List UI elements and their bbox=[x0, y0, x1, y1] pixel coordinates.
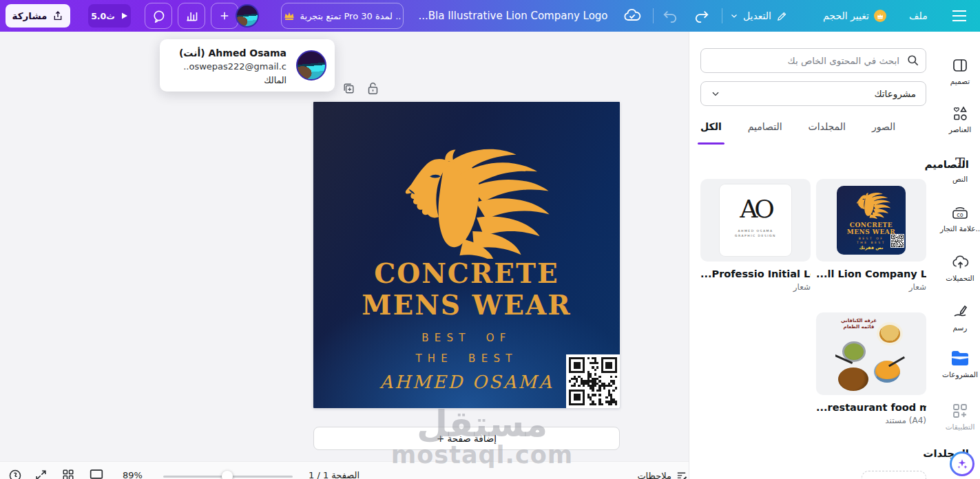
brand-title-line1[interactable]: CONCRETE bbox=[313, 257, 620, 289]
projects-folder-icon bbox=[940, 350, 980, 368]
design-type: شعار bbox=[816, 282, 926, 292]
brand-hub-icon: co bbox=[940, 204, 980, 222]
ao-thumb-graphic: AO AHMED OSAMA GRAPHIC DESIGN bbox=[720, 184, 791, 256]
design-title[interactable]: ...restaurant food menu bbox=[816, 402, 926, 413]
hamburger-menu-icon[interactable] bbox=[952, 10, 967, 25]
present-timer-button[interactable]: 5.0ث bbox=[88, 4, 131, 28]
file-menu[interactable]: ملف bbox=[909, 0, 928, 32]
notes-label: ملاحظات bbox=[637, 471, 671, 479]
tab-all[interactable]: الكل bbox=[700, 117, 722, 142]
edit-menu[interactable]: التعديل bbox=[730, 0, 788, 32]
add-page-button[interactable]: + إضافة صفحة bbox=[313, 427, 620, 450]
design-card-lion[interactable]: CONCRETE MENS WEAR BEST OF THE BEST نص ف… bbox=[816, 179, 926, 292]
plus-icon bbox=[218, 10, 231, 22]
thumb-text: غرفه الكنافاني bbox=[841, 318, 877, 324]
play-icon bbox=[120, 12, 128, 20]
lion-thumb-graphic: CONCRETE MENS WEAR BEST OF THE BEST نص ف… bbox=[837, 186, 906, 255]
design-thumbnail[interactable]: CONCRETE MENS WEAR BEST OF THE BEST نص ف… bbox=[816, 179, 926, 262]
lion-logo-graphic bbox=[374, 138, 560, 259]
redo-icon[interactable] bbox=[694, 9, 709, 25]
search-input[interactable] bbox=[700, 48, 926, 73]
pro-crown-badge-icon bbox=[874, 10, 886, 22]
source-dropdown[interactable]: مشروعاتك bbox=[700, 81, 926, 106]
share-label: مشاركة bbox=[12, 10, 48, 21]
rail-draw[interactable]: رسم bbox=[940, 303, 980, 332]
comments-button[interactable] bbox=[145, 3, 172, 29]
thumb-text: قائمه الطعام bbox=[841, 324, 877, 330]
owner-avatar bbox=[296, 50, 326, 81]
tagline-line1[interactable]: BEST OF bbox=[313, 332, 620, 344]
duplicate-page-icon[interactable] bbox=[342, 82, 356, 96]
rail-uploads[interactable]: التحميلات bbox=[940, 253, 980, 282]
chevron-down-icon bbox=[730, 12, 738, 20]
zoom-slider-thumb[interactable] bbox=[222, 471, 233, 479]
design-thumbnail[interactable]: AO AHMED OSAMA GRAPHIC DESIGN bbox=[700, 179, 811, 262]
qr-code bbox=[890, 234, 904, 248]
user-avatar[interactable] bbox=[236, 4, 259, 28]
duration-icon[interactable] bbox=[8, 469, 22, 479]
page-view-icon[interactable] bbox=[90, 469, 103, 479]
resize-button[interactable]: تغيير الحجم bbox=[823, 0, 886, 32]
thumb-monogram: AO bbox=[720, 195, 791, 223]
thumb-text: GRAPHIC DESIGN bbox=[720, 233, 791, 238]
undo-icon[interactable] bbox=[663, 9, 678, 25]
timer-label: 5.0ث bbox=[91, 11, 115, 21]
owner-name: Ahmed Osama (أنت) bbox=[167, 46, 286, 60]
brand-title-line2[interactable]: MENS WEAR bbox=[313, 289, 620, 321]
thumb-text: CONCRETE bbox=[837, 222, 906, 228]
crown-icon bbox=[284, 11, 295, 21]
rail-text[interactable]: T النص bbox=[940, 154, 980, 183]
fullscreen-icon[interactable] bbox=[34, 469, 48, 479]
rail-apps[interactable]: التطبيقات bbox=[940, 402, 980, 431]
chevron-down-icon bbox=[711, 89, 720, 98]
apps-icon bbox=[940, 402, 980, 420]
assistant-button[interactable] bbox=[950, 451, 974, 476]
search-box bbox=[700, 48, 926, 73]
rail-design[interactable]: تصميم bbox=[940, 56, 980, 85]
dropdown-value: مشروعاتك bbox=[874, 88, 916, 99]
search-icon bbox=[906, 54, 919, 67]
share-button[interactable]: مشاركة bbox=[6, 4, 70, 28]
design-type: مستند (A4) bbox=[816, 416, 926, 425]
workspace: Ahmed Osama (أنت) ..oswepas222@gmail.c ا… bbox=[0, 32, 689, 461]
lock-page-icon[interactable] bbox=[367, 82, 381, 96]
add-page-label: + إضافة صفحة bbox=[437, 433, 497, 444]
document-title[interactable]: ...Bla Illustrative Lion Company Logo bbox=[386, 0, 640, 32]
design-title[interactable]: ...ll Lion Company Logo bbox=[816, 268, 926, 279]
zoom-slider[interactable] bbox=[163, 476, 293, 478]
text-icon: T bbox=[940, 154, 980, 172]
toolbar-divider bbox=[722, 8, 722, 23]
elements-icon bbox=[940, 105, 980, 123]
page-indicator: الصفحة 1 / 1 bbox=[309, 470, 359, 479]
tab-designs[interactable]: التصاميم bbox=[748, 117, 782, 142]
notes-button[interactable]: ملاحظات bbox=[621, 470, 687, 479]
rail-elements[interactable]: العناصر bbox=[940, 105, 980, 134]
food-thumb-graphic: غرفه الكنافاني قائمه الطعام bbox=[835, 315, 907, 392]
owner-role: المالك bbox=[167, 74, 286, 87]
draw-pen-icon bbox=[940, 303, 980, 321]
content-tabs: الكل التصاميم المجلدات الصور bbox=[700, 117, 926, 142]
tab-folders[interactable]: المجلدات bbox=[809, 117, 846, 142]
rail-brand[interactable]: co علامة التجار.. bbox=[940, 204, 980, 233]
projects-panel: مشروعاتك الكل التصاميم المجلدات الصور ال… bbox=[689, 32, 980, 479]
grid-view-icon[interactable] bbox=[62, 469, 76, 479]
folder-item[interactable] bbox=[862, 471, 926, 479]
svg-text:co: co bbox=[957, 212, 963, 218]
cloud-saved-icon bbox=[623, 8, 641, 27]
file-label: ملف bbox=[909, 10, 928, 21]
design-card-restaurant[interactable]: غرفه الكنافاني قائمه الطعام ...restauran… bbox=[816, 312, 926, 425]
design-thumbnail[interactable]: غرفه الكنافاني قائمه الطعام bbox=[816, 312, 926, 395]
design-icon bbox=[940, 56, 980, 74]
design-page[interactable]: CONCRETE MENS WEAR BEST OF THE BEST AHME… bbox=[313, 102, 620, 408]
qr-code[interactable] bbox=[566, 354, 620, 408]
owner-tooltip: Ahmed Osama (أنت) ..oswepas222@gmail.c ا… bbox=[160, 39, 335, 92]
bar-chart-icon bbox=[185, 9, 198, 23]
pencil-icon bbox=[776, 10, 788, 22]
insights-button[interactable] bbox=[178, 3, 205, 29]
design-card-ao[interactable]: AO AHMED OSAMA GRAPHIC DESIGN ...Profess… bbox=[700, 179, 811, 292]
tab-images[interactable]: الصور bbox=[872, 117, 895, 142]
rail-projects[interactable]: المشروعات bbox=[940, 350, 980, 379]
share-upload-icon bbox=[52, 10, 63, 21]
design-title[interactable]: ...Professio Initial Logo bbox=[700, 268, 811, 279]
add-collaborator-button[interactable] bbox=[211, 3, 238, 29]
